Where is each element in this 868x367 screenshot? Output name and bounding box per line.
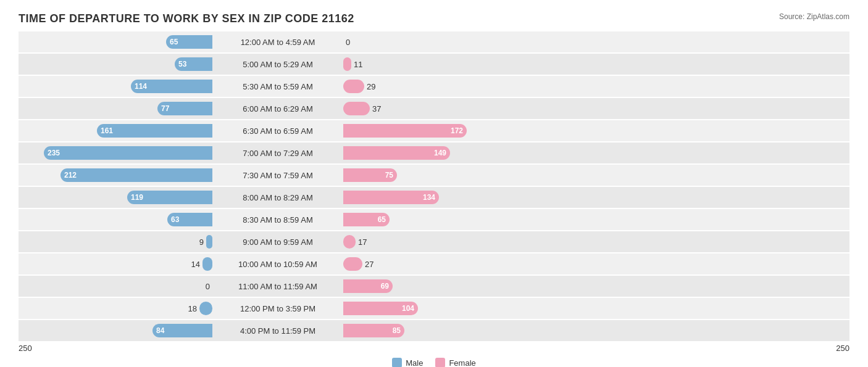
left-section: 161 (19, 124, 216, 138)
right-section: 17 (340, 235, 537, 249)
bar-female: 69 (343, 279, 393, 293)
right-section: 29 (340, 80, 537, 93)
bar-female: 75 (343, 168, 397, 182)
time-label: 6:00 AM to 6:29 AM (216, 104, 340, 113)
right-section: 0 (340, 38, 537, 47)
chart-area: 6512:00 AM to 4:59 AM0535:00 AM to 5:29 … (19, 31, 849, 341)
right-section: 75 (340, 168, 537, 182)
axis-left: 250 (19, 344, 32, 353)
left-section: 77 (19, 102, 216, 115)
right-section: 65 (340, 213, 537, 226)
bar-male (206, 235, 212, 249)
time-label: 10:00 AM to 10:59 AM (216, 260, 340, 269)
left-section: 53 (19, 57, 216, 71)
bar-male: 84 (152, 324, 212, 337)
male-value-inside: 84 (152, 326, 164, 335)
time-label: 4:00 PM to 11:59 PM (216, 326, 340, 336)
chart-row: 2127:30 AM to 7:59 AM75 (19, 165, 849, 186)
legend-female: Female (435, 358, 475, 367)
bar-female: 104 (343, 302, 418, 315)
female-value: 0 (346, 38, 363, 47)
left-section: 235 (19, 146, 216, 160)
male-value: 14 (183, 260, 200, 269)
chart-title: TIME OF DEPARTURE TO WORK BY SEX IN ZIP … (19, 12, 849, 25)
female-value: 29 (367, 82, 384, 91)
chart-row: 1145:30 AM to 5:59 AM29 (19, 76, 849, 97)
bar-male: 235 (44, 146, 212, 160)
chart-row: 638:30 AM to 8:59 AM65 (19, 209, 849, 230)
bar-male: 119 (127, 191, 212, 204)
right-section: 104 (340, 302, 537, 315)
female-value-inside: 134 (423, 193, 439, 202)
bar-male: 53 (175, 57, 212, 71)
right-section: 69 (340, 279, 537, 293)
left-section: 9 (19, 235, 216, 249)
bar-male: 114 (131, 80, 212, 93)
legend-male-box (392, 358, 402, 367)
legend-male-label: Male (406, 358, 423, 368)
female-value: 11 (354, 60, 371, 69)
left-section: 84 (19, 324, 216, 337)
chart-row: 6512:00 AM to 4:59 AM0 (19, 31, 849, 52)
male-value-inside: 53 (175, 60, 186, 68)
bar-female: 134 (343, 191, 439, 204)
time-label: 6:30 AM to 6:59 AM (216, 126, 340, 136)
time-label: 7:30 AM to 7:59 AM (216, 171, 340, 180)
bar-male (199, 302, 212, 315)
bar-male: 77 (157, 102, 212, 115)
right-section: 37 (340, 102, 537, 115)
male-value: 9 (186, 237, 204, 247)
legend: Male Female (19, 358, 849, 367)
bar-male: 212 (61, 168, 212, 182)
bar-male: 161 (97, 124, 212, 138)
female-value: 17 (358, 237, 375, 247)
time-label: 8:00 AM to 8:29 AM (216, 193, 340, 202)
left-section: 0 (19, 282, 216, 291)
chart-row: 1812:00 PM to 3:59 PM104 (19, 298, 849, 319)
legend-female-label: Female (449, 358, 475, 368)
male-value: 0 (193, 282, 210, 291)
time-label: 7:00 AM to 7:29 AM (216, 149, 340, 158)
time-label: 5:00 AM to 5:29 AM (216, 60, 340, 69)
time-label: 12:00 PM to 3:59 PM (216, 304, 340, 313)
right-section: 149 (340, 146, 537, 160)
bar-female (343, 235, 356, 249)
bar-female (343, 102, 370, 115)
bar-female (343, 80, 364, 93)
source-text: Source: ZipAtlas.com (779, 12, 849, 21)
left-section: 18 (19, 302, 216, 315)
bar-male (202, 257, 212, 271)
time-label: 5:30 AM to 5:59 AM (216, 82, 340, 91)
male-value-inside: 114 (131, 82, 147, 91)
female-value-inside: 65 (378, 215, 390, 224)
female-value-inside: 75 (385, 171, 397, 179)
time-label: 12:00 AM to 4:59 AM (216, 38, 340, 47)
bar-male: 63 (167, 213, 212, 226)
left-section: 212 (19, 168, 216, 182)
left-section: 14 (19, 257, 216, 271)
chart-row: 011:00 AM to 11:59 AM69 (19, 276, 849, 297)
left-section: 114 (19, 80, 216, 93)
chart-row: 2357:00 AM to 7:29 AM149 (19, 142, 849, 163)
bar-female: 149 (343, 146, 450, 160)
right-section: 134 (340, 191, 537, 204)
right-section: 11 (340, 57, 537, 71)
axis-right: 250 (836, 344, 849, 353)
bar-female (343, 57, 351, 71)
time-label: 9:00 AM to 9:59 AM (216, 237, 340, 247)
chart-row: 776:00 AM to 6:29 AM37 (19, 98, 849, 119)
chart-container: TIME OF DEPARTURE TO WORK BY SEX IN ZIP … (19, 12, 849, 367)
bar-female: 65 (343, 213, 390, 226)
male-value: 18 (180, 304, 197, 313)
right-section: 172 (340, 124, 537, 138)
male-value-inside: 65 (166, 38, 178, 46)
male-value-inside: 77 (157, 104, 169, 113)
male-value-inside: 161 (97, 126, 113, 135)
left-section: 65 (19, 35, 216, 49)
bar-female: 85 (343, 324, 404, 337)
male-value-inside: 235 (44, 149, 60, 157)
female-value-inside: 149 (434, 149, 450, 157)
female-value-inside: 104 (402, 304, 418, 313)
time-label: 8:30 AM to 8:59 AM (216, 215, 340, 225)
bar-male: 65 (166, 35, 212, 49)
